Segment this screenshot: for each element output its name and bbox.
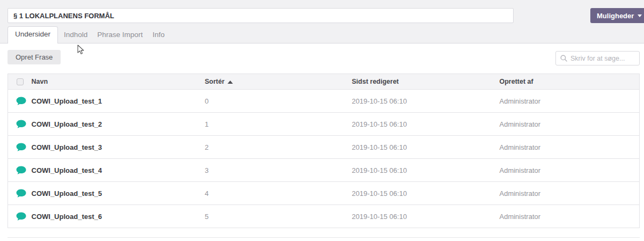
phrase-last-edited: 2019-10-15 06:10 bbox=[352, 136, 500, 159]
phrase-last-edited: 2019-10-15 06:10 bbox=[352, 159, 500, 182]
table-row[interactable]: COWI_Upload_test_4 3 2019-10-15 06:10 Ad… bbox=[8, 159, 640, 182]
select-all-checkbox[interactable] bbox=[17, 78, 24, 85]
table-row[interactable]: COWI_Upload_test_2 1 2019-10-15 06:10 Ad… bbox=[8, 113, 640, 136]
phrase-last-edited: 2019-10-15 06:10 bbox=[352, 182, 500, 205]
phrase-bubble-icon bbox=[16, 189, 26, 198]
table-row[interactable]: COWI_Upload_test_1 0 2019-10-15 06:10 Ad… bbox=[8, 90, 640, 113]
search-input[interactable] bbox=[570, 55, 635, 62]
phrase-bubble-icon bbox=[16, 212, 26, 221]
phrase-last-edited: 2019-10-15 06:10 bbox=[352, 205, 500, 228]
phrase-created-by: Administrator bbox=[500, 182, 640, 205]
search-icon bbox=[560, 55, 567, 62]
content-area: Opret Frase Navn Sortér Sidst r bbox=[0, 43, 644, 241]
app: Muligheder Undersider Indhold Phrase Imp… bbox=[0, 0, 644, 241]
phrase-bubble-icon bbox=[16, 143, 26, 152]
column-header-sidst-redigeret[interactable]: Sidst redigeret bbox=[352, 74, 500, 90]
phrase-created-by: Administrator bbox=[500, 90, 640, 113]
phrase-sort: 4 bbox=[205, 182, 352, 205]
phrase-created-by: Administrator bbox=[500, 205, 640, 228]
tab-indhold[interactable]: Indhold bbox=[59, 27, 92, 43]
table-row[interactable]: COWI_Upload_test_3 2 2019-10-15 06:10 Ad… bbox=[8, 136, 640, 159]
column-header-oprettet-af[interactable]: Oprettet af bbox=[500, 74, 640, 90]
page-title-input[interactable] bbox=[8, 8, 514, 23]
phrase-name[interactable]: COWI_Upload_test_2 bbox=[32, 113, 205, 136]
phrase-name[interactable]: COWI_Upload_test_1 bbox=[32, 90, 205, 113]
phrase-sort: 2 bbox=[205, 136, 352, 159]
tab-info[interactable]: Info bbox=[148, 27, 170, 43]
column-header-navn[interactable]: Navn bbox=[32, 74, 205, 90]
phrase-bubble-icon bbox=[16, 97, 26, 106]
phrase-created-by: Administrator bbox=[500, 136, 640, 159]
phrase-created-by: Administrator bbox=[500, 159, 640, 182]
chevron-down-icon bbox=[638, 14, 642, 17]
options-dropdown-button[interactable]: Muligheder bbox=[590, 8, 644, 23]
phrase-name[interactable]: COWI_Upload_test_5 bbox=[32, 182, 205, 205]
options-dropdown-label: Muligheder bbox=[597, 12, 634, 20]
phrase-sort: 0 bbox=[205, 90, 352, 113]
phrase-last-edited: 2019-10-15 06:10 bbox=[352, 113, 500, 136]
phrase-created-by: Administrator bbox=[500, 113, 640, 136]
phrase-sort: 3 bbox=[205, 159, 352, 182]
phrase-sort: 1 bbox=[205, 113, 352, 136]
select-all-cell bbox=[8, 74, 32, 90]
tab-undersider[interactable]: Undersider bbox=[8, 26, 58, 43]
table-row[interactable]: COWI_Upload_test_5 4 2019-10-15 06:10 Ad… bbox=[8, 182, 640, 205]
create-phrase-button[interactable]: Opret Frase bbox=[8, 50, 61, 64]
tab-bar: Undersider Indhold Phrase Import Info bbox=[8, 26, 170, 43]
page-header: Muligheder Undersider Indhold Phrase Imp… bbox=[0, 0, 644, 43]
tab-phrase-import[interactable]: Phrase Import bbox=[92, 27, 148, 43]
bottom-divider bbox=[8, 237, 640, 238]
phrase-bubble-icon bbox=[16, 166, 26, 175]
phrase-name[interactable]: COWI_Upload_test_3 bbox=[32, 136, 205, 159]
sort-ascending-icon[interactable] bbox=[228, 81, 233, 84]
phrase-last-edited: 2019-10-15 06:10 bbox=[352, 90, 500, 113]
table-body: COWI_Upload_test_1 0 2019-10-15 06:10 Ad… bbox=[8, 90, 640, 228]
phrase-name[interactable]: COWI_Upload_test_6 bbox=[32, 205, 205, 228]
table-header-row: Navn Sortér Sidst redigeret Oprettet af bbox=[8, 74, 640, 90]
phrase-table: Navn Sortér Sidst redigeret Oprettet af … bbox=[8, 74, 640, 228]
column-header-sorter[interactable]: Sortér bbox=[205, 74, 352, 90]
table-row[interactable]: COWI_Upload_test_6 5 2019-10-15 06:10 Ad… bbox=[8, 205, 640, 228]
search-box[interactable] bbox=[555, 51, 640, 65]
phrase-name[interactable]: COWI_Upload_test_4 bbox=[32, 159, 205, 182]
phrase-bubble-icon bbox=[16, 120, 26, 129]
phrase-sort: 5 bbox=[205, 205, 352, 228]
